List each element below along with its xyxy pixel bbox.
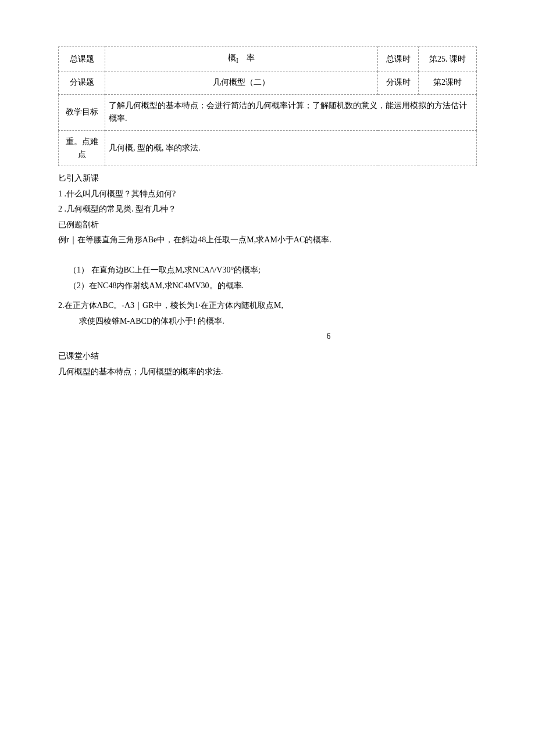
section-intro: 匕引入新课 bbox=[58, 172, 477, 185]
subscript-i: I bbox=[236, 57, 238, 65]
cell-label-subtopic: 分课题 bbox=[59, 71, 105, 94]
subquestion-1: （1） 在直角边BC上任一取点M,求NCA/\/V30°的概率; bbox=[58, 264, 477, 277]
cell-main-subtopic: 几何概型（二） bbox=[105, 71, 378, 94]
section-examples: 已例题剖析 bbox=[58, 218, 477, 231]
cell-sub-hours-value: 第2课时 bbox=[419, 71, 477, 94]
example-1: 例r｜在等腰直角三角形ABe中，在斜边48上任取一点M,求AM小于AC的概率. bbox=[58, 234, 477, 246]
example-2: 2.在正方体ABC。-A3｜GR中，棱长为1·在正方体内随机取点M, bbox=[58, 299, 477, 312]
example-2-cont: 求使四棱锥M-ABCD的体积小于! 的概率. bbox=[58, 315, 477, 328]
document-body: 匕引入新课 1 .什么叫几何概型？其特点如何? 2 .几何概型的常见类. 型有几… bbox=[58, 172, 477, 378]
question-1: 1 .什么叫几何概型？其特点如何? bbox=[58, 188, 477, 200]
question-2: 2 .几何概型的常见类. 型有几种？ bbox=[58, 203, 477, 216]
table-row: 总课题 概I 率 总课时 第25. 课时 bbox=[59, 47, 477, 71]
section-summary: 已课堂小结 bbox=[58, 350, 477, 363]
summary-text: 几何概型的基本特点；几何概型的概率的求法. bbox=[58, 366, 477, 378]
header-table: 总课题 概I 率 总课时 第25. 课时 分课题 几何概型（二） 分课时 第2课… bbox=[58, 46, 477, 166]
cell-goal-text: 了解几何概型的基本特点；会进行简洁的几何概率计算；了解随机数的意义，能运用模拟的… bbox=[105, 94, 477, 130]
cell-total-hours-value: 第25. 课时 bbox=[419, 47, 477, 71]
number-6: 6 bbox=[58, 330, 477, 343]
subquestion-2: （2）在NC48内作射线AM,求NC4MV30。的概率. bbox=[58, 280, 477, 292]
table-row: 重。点难点 几何概, 型的概, 率的求法. bbox=[59, 130, 477, 166]
cell-sub-hours-label: 分课时 bbox=[378, 71, 419, 94]
topic-text-a: 概 bbox=[228, 53, 236, 62]
cell-main-topic: 概I 率 bbox=[105, 47, 378, 71]
table-row: 教学目标 了解几何概型的基本特点；会进行简洁的几何概率计算；了解随机数的意义，能… bbox=[59, 94, 477, 130]
cell-label-goal: 教学目标 bbox=[59, 94, 105, 130]
cell-keypoint-text: 几何概, 型的概, 率的求法. bbox=[105, 130, 477, 166]
cell-label-keypoint: 重。点难点 bbox=[59, 130, 105, 166]
topic-text-b: 率 bbox=[247, 53, 255, 62]
cell-total-hours-label: 总课时 bbox=[378, 47, 419, 71]
cell-label-topic: 总课题 bbox=[59, 47, 105, 71]
table-row: 分课题 几何概型（二） 分课时 第2课时 bbox=[59, 71, 477, 94]
